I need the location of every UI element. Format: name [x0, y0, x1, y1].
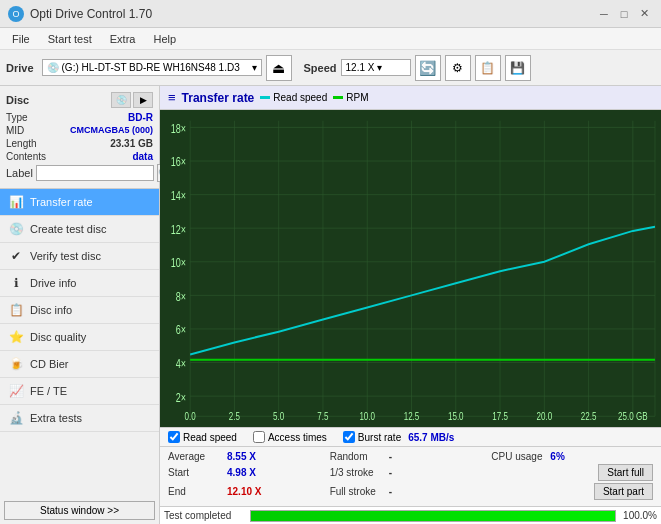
disc-type-row: Type BD-R	[6, 112, 153, 123]
label-input[interactable]	[36, 165, 154, 181]
burst-rate-check-label: Burst rate	[358, 432, 401, 443]
access-times-check-label: Access times	[268, 432, 327, 443]
save-button[interactable]: 💾	[505, 55, 531, 81]
title-bar: O Opti Drive Control 1.70 ─ □ ✕	[0, 0, 661, 28]
random-value: -	[389, 451, 429, 462]
stroke-label: 1/3 stroke	[330, 467, 385, 478]
start-full-col: Start full	[491, 464, 653, 481]
burst-rate-checkbox[interactable]	[343, 431, 355, 443]
progress-text: 100.0%	[622, 510, 657, 521]
stats-area: Average 8.55 X Random - CPU usage 6% Sta…	[160, 446, 661, 506]
close-button[interactable]: ✕	[635, 5, 653, 23]
svg-text:18×: 18×	[171, 121, 186, 135]
access-times-checkbox[interactable]	[253, 431, 265, 443]
drive-label: Drive	[6, 62, 34, 74]
nav-cd-bier-label: CD Bier	[30, 358, 69, 370]
svg-text:12×: 12×	[171, 222, 186, 236]
read-speed-check[interactable]: Read speed	[168, 431, 237, 443]
verify-test-disc-icon: ✔	[8, 248, 24, 264]
svg-text:0.0: 0.0	[185, 410, 196, 422]
svg-text:12.5: 12.5	[404, 410, 420, 422]
disc-header: Disc 💿 ▶	[6, 92, 153, 108]
svg-text:5.0: 5.0	[273, 410, 284, 422]
chart-svg: 18× 16× 14× 12× 10× 8× 6× 4× 2×	[164, 114, 657, 423]
mid-value: CMCMAGBA5 (000)	[70, 125, 153, 136]
dropdown-arrow-icon: ▾	[252, 62, 257, 73]
svg-text:4×: 4×	[176, 357, 186, 371]
info-button[interactable]: 📋	[475, 55, 501, 81]
contents-label: Contents	[6, 151, 46, 162]
access-times-check[interactable]: Access times	[253, 431, 327, 443]
average-col: Average 8.55 X	[168, 451, 330, 462]
progress-track	[250, 510, 616, 522]
menu-help[interactable]: Help	[145, 31, 184, 47]
legend-read-speed: Read speed	[260, 92, 327, 103]
full-stroke-value: -	[389, 486, 429, 497]
nav-drive-info[interactable]: ℹ Drive info	[0, 270, 159, 297]
legend-rpm-color	[333, 96, 343, 99]
start-part-button[interactable]: Start part	[594, 483, 653, 500]
read-speed-check-label: Read speed	[183, 432, 237, 443]
toolbar: Drive 💿 (G:) HL-DT-ST BD-RE WH16NS48 1.D…	[0, 50, 661, 86]
burst-rate-check[interactable]: Burst rate 65.7 MB/s	[343, 431, 455, 443]
label-row: Label 🔍	[6, 164, 153, 182]
minimize-button[interactable]: ─	[595, 5, 613, 23]
disc-panel: Disc 💿 ▶ Type BD-R MID CMCMAGBA5 (000) L…	[0, 86, 159, 189]
nav-create-test-disc-label: Create test disc	[30, 223, 106, 235]
disc-action-icons: 💿 ▶	[111, 92, 153, 108]
transfer-rate-icon: 📊	[8, 194, 24, 210]
menu-extra[interactable]: Extra	[102, 31, 144, 47]
stroke-col: 1/3 stroke -	[330, 467, 492, 478]
cpu-value: 6%	[550, 451, 590, 462]
nav-fe-te[interactable]: 📈 FE / TE	[0, 378, 159, 405]
nav-verify-test-disc[interactable]: ✔ Verify test disc	[0, 243, 159, 270]
nav-transfer-rate-label: Transfer rate	[30, 196, 93, 208]
svg-text:15.0: 15.0	[448, 410, 464, 422]
nav-extra-tests-label: Extra tests	[30, 412, 82, 424]
nav-transfer-rate[interactable]: 📊 Transfer rate	[0, 189, 159, 216]
status-window-button[interactable]: Status window >>	[4, 501, 155, 520]
speed-label: Speed	[304, 62, 337, 74]
nav-disc-quality[interactable]: ⭐ Disc quality	[0, 324, 159, 351]
nav-verify-test-disc-label: Verify test disc	[30, 250, 101, 262]
svg-text:8×: 8×	[176, 289, 186, 303]
type-value: BD-R	[128, 112, 153, 123]
nav-disc-info[interactable]: 📋 Disc info	[0, 297, 159, 324]
maximize-button[interactable]: □	[615, 5, 633, 23]
legend-read-speed-color	[260, 96, 270, 99]
svg-text:2.5: 2.5	[229, 410, 240, 422]
read-speed-checkbox[interactable]	[168, 431, 180, 443]
speed-selector[interactable]: 12.1 X ▾	[341, 59, 411, 76]
average-label: Average	[168, 451, 223, 462]
menu-start-test[interactable]: Start test	[40, 31, 100, 47]
drive-selector[interactable]: 💿 (G:) HL-DT-ST BD-RE WH16NS48 1.D3 ▾	[42, 59, 262, 76]
checkboxes-row: Read speed Access times Burst rate 65.7 …	[160, 427, 661, 446]
nav-create-test-disc[interactable]: 💿 Create test disc	[0, 216, 159, 243]
chart-header: ≡ Transfer rate Read speed RPM	[160, 86, 661, 110]
progress-bar-container: Test completed 100.0%	[160, 506, 661, 524]
start-full-button[interactable]: Start full	[598, 464, 653, 481]
stroke-value: -	[389, 467, 429, 478]
nav-fe-te-label: FE / TE	[30, 385, 67, 397]
menu-file[interactable]: File	[4, 31, 38, 47]
mid-label: MID	[6, 125, 24, 136]
drive-info-icon: ℹ	[8, 275, 24, 291]
window-controls: ─ □ ✕	[595, 5, 653, 23]
length-value: 23.31 GB	[110, 138, 153, 149]
disc-icon-2[interactable]: ▶	[133, 92, 153, 108]
full-stroke-col: Full stroke -	[330, 486, 492, 497]
title-bar-left: O Opti Drive Control 1.70	[8, 6, 152, 22]
nav-cd-bier[interactable]: 🍺 CD Bier	[0, 351, 159, 378]
burst-rate-value: 65.7 MB/s	[408, 432, 454, 443]
chart-title: Transfer rate	[182, 91, 255, 105]
fe-te-icon: 📈	[8, 383, 24, 399]
refresh-button[interactable]: 🔄	[415, 55, 441, 81]
nav-disc-quality-label: Disc quality	[30, 331, 86, 343]
eject-button[interactable]: ⏏	[266, 55, 292, 81]
settings-button[interactable]: ⚙	[445, 55, 471, 81]
end-col: End 12.10 X	[168, 486, 330, 497]
disc-icon-1[interactable]: 💿	[111, 92, 131, 108]
start-col: Start 4.98 X	[168, 467, 330, 478]
nav-extra-tests[interactable]: 🔬 Extra tests	[0, 405, 159, 432]
average-value: 8.55 X	[227, 451, 267, 462]
